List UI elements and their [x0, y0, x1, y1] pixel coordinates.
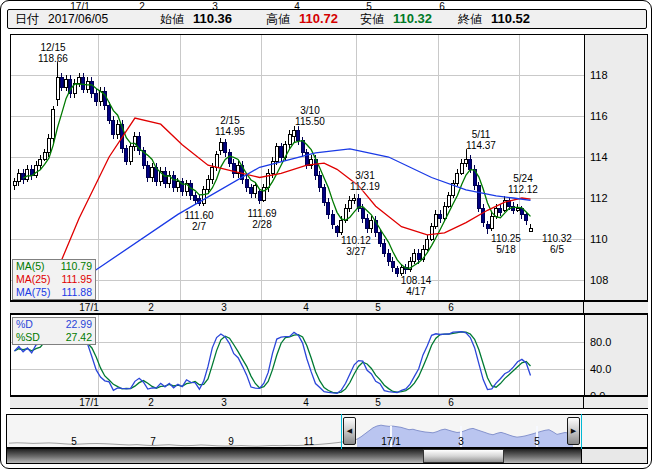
nav-month-label: 5: [534, 436, 540, 447]
ma75-legend-row: MA(75) 111.88: [16, 286, 92, 299]
month-label: 17/1: [79, 302, 98, 314]
month-axis-band-lower: 17/123456: [10, 396, 648, 409]
open-label: 始値: [160, 10, 184, 28]
month-label: 3: [221, 397, 227, 409]
low-value: 110.32: [393, 10, 432, 28]
selection-left-marker: [341, 414, 342, 449]
month-label: 17/1: [70, 1, 89, 13]
chart-annotation: 5/24 112.12: [508, 173, 538, 195]
nav-month-label: 11: [304, 436, 314, 447]
ma75-value: 111.88: [61, 286, 92, 299]
stochastic-legend: %D 22.99 %SD 27.42: [12, 317, 96, 345]
stoch-d-value: 22.99: [66, 318, 92, 331]
chart-annotation: 5/11 114.37: [466, 129, 496, 151]
price-axis-label: 118: [590, 69, 608, 81]
month-label: 17/1: [79, 397, 98, 409]
stoch-sd-label: %SD: [16, 331, 40, 344]
ma5-value: 110.79: [61, 260, 92, 273]
chart-annotation: 12/15 118.66: [38, 42, 68, 64]
nav-canvas[interactable]: [7, 415, 647, 447]
chart-annotation: 110.32 6/5: [542, 233, 572, 255]
stoch-axis-label: 40.0: [590, 363, 611, 375]
nav-month-label: 7: [150, 436, 156, 447]
stochastic-axis-strip: 80.040.00.0: [584, 315, 647, 395]
stock-chart-window: 日付 2017/06/05 始値 110.36 高値 110.72 安値 110…: [0, 0, 652, 469]
price-axis-label: 110: [590, 233, 608, 245]
stoch-axis-label: 80.0: [590, 336, 611, 348]
price-axis-label: 112: [590, 192, 608, 204]
ma25-value: 111.95: [61, 273, 92, 286]
chart-annotation: 2/15 114.95: [215, 115, 245, 137]
stoch-d-row: %D 22.99: [16, 318, 92, 331]
ma5-label: MA(5): [16, 260, 45, 273]
close-label: 終値: [458, 10, 482, 28]
high-value: 110.72: [299, 10, 338, 28]
price-axis-label: 116: [590, 110, 608, 122]
month-label: 4: [294, 1, 300, 13]
month-axis-band-upper: 17/123456: [10, 301, 648, 314]
price-axis-label: 108: [590, 274, 608, 286]
chart-annotation: 3/31 112.19: [350, 170, 380, 192]
scrollbar-inactive-zone: [581, 449, 647, 463]
price-axis-strip: 118116114112110108: [584, 35, 647, 300]
month-label: 3: [221, 302, 227, 314]
month-label: 3: [212, 1, 218, 13]
nav-right-arrow-button[interactable]: ▶: [567, 417, 580, 445]
chart-annotation: 3/10 115.50: [295, 105, 325, 127]
month-label: 4: [303, 397, 309, 409]
high-label: 高値: [266, 10, 290, 28]
ma5-legend-row: MA(5) 110.79: [16, 260, 92, 273]
stochastic-panel[interactable]: 80.040.00.0 %D 22.99 %SD 27.42: [10, 314, 648, 396]
month-label: 6: [448, 397, 454, 409]
ma-legend: MA(5) 110.79 MA(25) 111.95 MA(75) 111.88: [12, 259, 96, 300]
price-axis-label: 114: [590, 151, 608, 163]
month-label: 2: [139, 1, 145, 13]
stoch-sd-row: %SD 27.42: [16, 331, 92, 344]
month-label: 6: [448, 302, 454, 314]
chart-annotation: 111.60 2/7: [184, 210, 213, 232]
close-value: 110.52: [491, 10, 530, 28]
ma75-label: MA(75): [16, 286, 50, 299]
stochastic-canvas[interactable]: [11, 315, 585, 395]
month-label: 2: [148, 397, 154, 409]
horizontal-scrollbar[interactable]: [6, 448, 648, 464]
month-label: 4: [303, 302, 309, 314]
nav-month-label: 17/1: [381, 436, 400, 447]
range-navigator[interactable]: [6, 414, 648, 448]
chart-annotation: 108.14 4/17: [401, 275, 432, 297]
nav-left-arrow-button[interactable]: ◀: [343, 417, 356, 445]
nav-month-label: 9: [228, 436, 234, 447]
ma25-legend-row: MA(25) 111.95: [16, 273, 92, 286]
main-chart-canvas[interactable]: [11, 35, 585, 300]
selection-right-marker: [581, 414, 582, 449]
nav-month-label: 5: [71, 436, 77, 447]
month-label: 2: [148, 302, 154, 314]
month-label: 5: [375, 302, 381, 314]
chart-annotation: 111.69 2/28: [247, 208, 276, 230]
ma25-label: MA(25): [16, 273, 50, 286]
stoch-d-label: %D: [16, 318, 33, 331]
stoch-sd-value: 27.42: [66, 331, 92, 344]
ohlc-header: 日付 2017/06/05 始値 110.36 高値 110.72 安値 110…: [7, 9, 647, 29]
low-label: 安値: [360, 10, 384, 28]
chart-annotation: 110.25 5/18: [491, 233, 521, 255]
scrollbar-thumb[interactable]: [423, 449, 504, 463]
date-label: 日付: [15, 10, 39, 28]
chart-annotation: 110.12 3/27: [341, 235, 371, 257]
main-price-chart-panel[interactable]: 118116114112110108 MA(5) 110.79 MA(25) 1…: [10, 34, 648, 301]
nav-month-label: 3: [458, 436, 464, 447]
month-label: 6: [439, 1, 445, 13]
month-label: 5: [366, 1, 372, 13]
month-label: 5: [375, 397, 381, 409]
